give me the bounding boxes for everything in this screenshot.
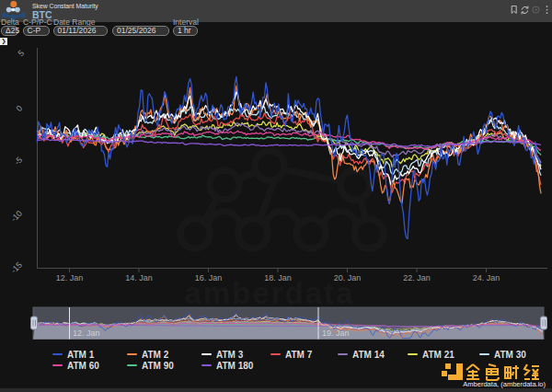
svg-text:14. Jan: 14. Jan bbox=[125, 273, 153, 282]
svg-text:12. Jan: 12. Jan bbox=[56, 273, 84, 282]
svg-text:20. Jan: 20. Jan bbox=[334, 273, 362, 282]
svg-text:19. Jan: 19. Jan bbox=[322, 329, 350, 338]
svg-text:16. Jan: 16. Jan bbox=[195, 273, 223, 282]
svg-text:5: 5 bbox=[17, 49, 27, 59]
svg-text:0: 0 bbox=[15, 104, 25, 114]
svg-text:-15: -15 bbox=[9, 260, 24, 275]
svg-text:12. Jan: 12. Jan bbox=[73, 329, 100, 338]
svg-text:22. Jan: 22. Jan bbox=[403, 273, 431, 282]
svg-text:18. Jan: 18. Jan bbox=[264, 273, 292, 282]
svg-text:-10: -10 bbox=[9, 209, 24, 224]
svg-text:-5: -5 bbox=[13, 156, 25, 167]
svg-text:24. Jan: 24. Jan bbox=[473, 273, 500, 282]
